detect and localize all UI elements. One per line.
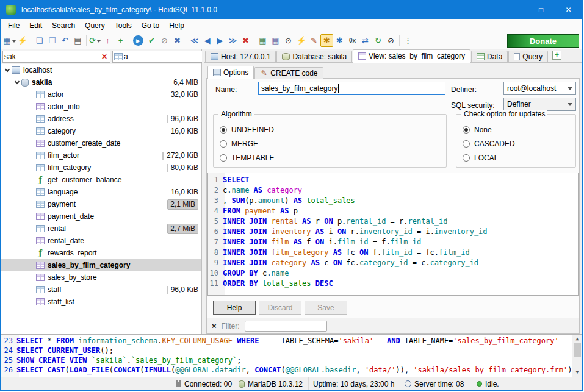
editor-line[interactable]: 6INNER JOIN inventory AS i ON r.inventor… xyxy=(208,227,578,237)
print-icon[interactable]: ▤ xyxy=(71,34,84,47)
view-name-input[interactable]: sales_by_film_category xyxy=(258,82,445,95)
radio-merge[interactable]: MERGE xyxy=(220,137,440,151)
tree-item-sakila[interactable]: sakila6,4 MiB xyxy=(1,76,201,88)
radio-undefined[interactable]: UNDEFINED xyxy=(220,123,440,137)
quick-filter-icon[interactable]: ⚡ xyxy=(295,34,308,47)
help-button[interactable]: Help xyxy=(213,301,256,315)
tree-item-localhost[interactable]: localhost xyxy=(1,64,201,76)
nav-next-icon[interactable]: ▶ xyxy=(214,34,226,47)
radio-none[interactable]: None xyxy=(463,123,569,137)
tree-item-rental[interactable]: rental2,7 MiB xyxy=(1,223,201,235)
editor-line[interactable]: 3, SUM(p.amount) AS total_sales xyxy=(208,196,578,206)
expand-chevron-icon[interactable] xyxy=(5,66,10,71)
tree-item-address[interactable]: address96,0 KiB xyxy=(1,113,201,125)
menu-item-search[interactable]: Search xyxy=(47,20,80,32)
tree-item-staff-list[interactable]: staff_list xyxy=(1,296,201,308)
cancel-icon[interactable]: ✖ xyxy=(171,34,184,47)
discard-button[interactable]: Discard xyxy=(259,301,301,315)
sql-security-dropdown-icon[interactable] xyxy=(566,100,574,109)
menu-item-edit[interactable]: Edit xyxy=(24,20,47,32)
tree-item-actor[interactable]: actor32,0 KiB xyxy=(1,88,201,101)
tree-item-sales-by-store[interactable]: sales_by_store xyxy=(1,271,201,283)
syntax-highlight-icon[interactable]: ✱ xyxy=(320,34,333,47)
tab-host-127-0-0-1[interactable]: Host: 127.0.0.1 xyxy=(205,51,276,62)
sql-editor[interactable]: 1SELECT2c.name AS category3, SUM(p.amoun… xyxy=(207,173,579,296)
menu-item-query[interactable]: Query xyxy=(80,20,110,32)
new-query-tab-icon[interactable]: + xyxy=(552,51,561,60)
create-object-icon[interactable]: + xyxy=(114,34,127,47)
tree-item-payment[interactable]: payment2,1 MiB xyxy=(1,198,201,210)
editor-line[interactable]: 4FROM payment AS p xyxy=(208,206,578,216)
tree-item-actor-info[interactable]: actor_info xyxy=(1,101,201,113)
scroll-down-icon[interactable]: ▼ xyxy=(576,368,579,377)
log-scrollbar[interactable]: ▲ ▼ xyxy=(572,335,582,377)
menu-item-go-to[interactable]: Go to xyxy=(137,20,164,32)
query-view-icon[interactable]: ▦ xyxy=(269,34,282,47)
maximize-button[interactable]: □ xyxy=(527,1,555,19)
radio-local[interactable]: LOCAL xyxy=(463,151,569,165)
tree-item-rewards-report[interactable]: ƒrewards_report xyxy=(1,247,201,259)
editor-line[interactable]: 5INNER JOIN rental AS r ON p.rental_id =… xyxy=(208,216,578,227)
nav-prev-icon[interactable]: ◀ xyxy=(201,34,214,47)
tree-item-payment-date[interactable]: payment_date xyxy=(1,210,201,223)
tree-item-film-actor[interactable]: film_actor272,0 KiB xyxy=(1,149,201,162)
bind-params-icon[interactable]: ✱ xyxy=(333,34,346,47)
reconnect-icon[interactable]: ⚡ xyxy=(16,34,29,47)
tree-item-rental-date[interactable]: rental_date xyxy=(1,235,201,247)
export-icon[interactable]: ↑ xyxy=(101,34,114,47)
tab-view-sales-by-film-category[interactable]: View: sales_by_film_category xyxy=(353,49,470,63)
editor-line[interactable]: 9INNER JOIN category AS c ON fc.category… xyxy=(208,258,578,268)
verify-icon[interactable]: ✔ xyxy=(145,34,158,47)
copy-icon[interactable]: ❏ xyxy=(33,34,46,47)
reformat-sql-icon[interactable]: ✎ xyxy=(308,34,320,47)
close-button[interactable]: ✕ xyxy=(555,1,582,19)
filter-input[interactable] xyxy=(245,321,327,332)
tree-item-language[interactable]: language16,0 KiB xyxy=(1,186,201,198)
paste-icon[interactable]: ❐ xyxy=(46,34,59,47)
subtab-options[interactable]: Options xyxy=(207,66,254,79)
tree-item-get-customer-balance[interactable]: ƒget_customer_balance xyxy=(1,174,201,186)
editor-line[interactable]: 2c.name AS category xyxy=(208,185,578,196)
minimize-button[interactable]: ─ xyxy=(500,1,527,19)
tab-data[interactable]: Data xyxy=(471,51,508,62)
clear-database-filter-icon[interactable]: ✕ xyxy=(100,52,109,61)
nav-first-icon[interactable]: ≪ xyxy=(188,34,201,47)
delete-row-icon[interactable]: ✖ xyxy=(239,34,252,47)
tree-item-category[interactable]: category16,0 KiB xyxy=(1,125,201,137)
editor-line[interactable]: 1SELECT xyxy=(208,175,578,185)
scrollbar-thumb[interactable] xyxy=(574,343,581,357)
refresh-icon[interactable]: ⟳ xyxy=(88,34,101,47)
definer-select[interactable]: root@localhost xyxy=(503,82,576,95)
stop-icon[interactable]: ⊘ xyxy=(158,34,171,47)
menu-item-tools[interactable]: Tools xyxy=(110,20,137,32)
close-filter-icon[interactable]: × xyxy=(207,321,222,330)
tree-item-customer-create-date[interactable]: customer_create_date xyxy=(1,137,201,149)
sql-security-select[interactable]: Definer xyxy=(503,98,576,111)
menu-item-help[interactable]: Help xyxy=(164,20,189,32)
tab-query[interactable]: Query xyxy=(508,51,548,62)
data-view-icon[interactable]: ▦ xyxy=(256,34,269,47)
abort-icon[interactable]: ⊘ xyxy=(384,34,397,47)
expand-chevron-icon[interactable] xyxy=(15,79,20,84)
find-icon[interactable]: ⊙ xyxy=(282,34,295,47)
reload-icon[interactable]: ↻ xyxy=(372,34,384,47)
tree-item-film-category[interactable]: film_category80,0 KiB xyxy=(1,162,201,174)
radio-temptable[interactable]: TEMPTABLE xyxy=(220,151,440,165)
swap-icon[interactable]: ⇄ xyxy=(359,34,372,47)
hex-view-icon[interactable]: 0x xyxy=(346,34,359,47)
editor-line[interactable]: 11ORDER BY total_sales DESC xyxy=(208,279,578,289)
editor-line[interactable]: 10GROUP BY c.name xyxy=(208,268,578,279)
definer-dropdown-icon[interactable] xyxy=(566,84,574,93)
session-manager-icon[interactable]: ▦ xyxy=(3,34,16,47)
editor-line[interactable]: 7INNER JOIN film AS f ON i.film_id = f.f… xyxy=(208,237,578,248)
tree-item-sales-by-film-category[interactable]: sales_by_film_category xyxy=(1,259,201,271)
tab-database-sakila[interactable]: Database: sakila xyxy=(276,51,352,62)
database-filter-input[interactable] xyxy=(4,52,99,61)
scroll-up-icon[interactable]: ▲ xyxy=(576,335,579,343)
save-button[interactable]: Save xyxy=(305,301,347,315)
nav-last-icon[interactable]: ≫ xyxy=(226,34,239,47)
tree-item-staff[interactable]: staff96,0 KiB xyxy=(1,283,201,296)
toolbar-overflow-icon[interactable]: ⋮ xyxy=(402,34,414,47)
donate-button[interactable]: Donate xyxy=(507,34,579,48)
subtab-create-code[interactable]: ✎CREATE code xyxy=(254,67,323,79)
